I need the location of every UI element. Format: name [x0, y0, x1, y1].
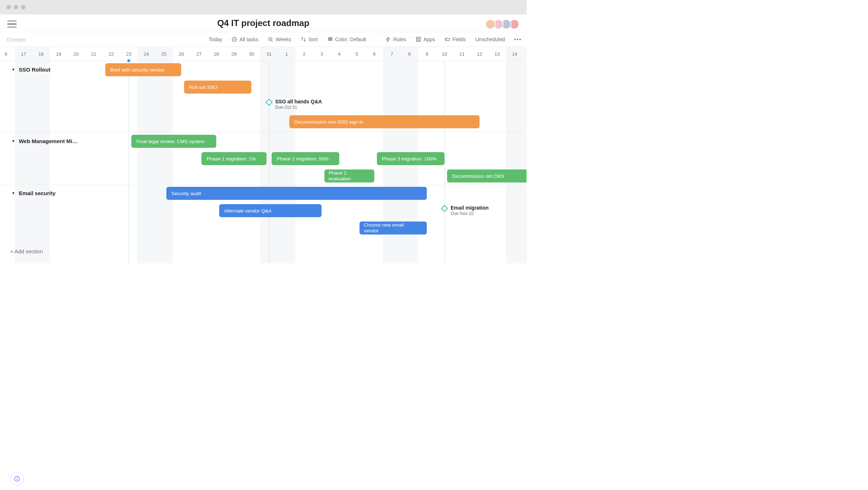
day-24: 24: [137, 47, 155, 61]
project-title: Q4 IT project roadmap: [217, 18, 310, 28]
svg-rect-6: [416, 37, 418, 39]
day-23: 23: [120, 47, 138, 61]
fields-button[interactable]: Fields: [444, 36, 466, 42]
section-header[interactable]: ▼Web Management Mi…: [0, 133, 78, 150]
zoom-icon: [268, 36, 273, 42]
task-bar[interactable]: Final legal review: CMS system: [131, 135, 216, 148]
task-bar[interactable]: Alternate vendor Q&A: [219, 204, 322, 217]
weekend-column: [15, 61, 50, 263]
task-bar[interactable]: Brief with security vendor: [105, 63, 182, 76]
day-25: 25: [155, 47, 173, 61]
day-6: 6: [0, 47, 15, 61]
section-title: SSO Rollout: [19, 66, 51, 73]
today-button[interactable]: Today: [209, 36, 222, 42]
task-bar[interactable]: Phase 1 migration: 1%: [201, 152, 266, 165]
svg-rect-10: [445, 38, 450, 41]
avatar[interactable]: [485, 19, 495, 29]
task-bar[interactable]: Security audit: [166, 187, 427, 200]
day-14: 14: [506, 47, 524, 61]
caret-down-icon: ▼: [12, 191, 15, 195]
rules-button[interactable]: Rules: [385, 36, 406, 42]
add-section-button[interactable]: + Add section: [10, 248, 43, 254]
day-19: 19: [50, 47, 68, 61]
day-2: 2: [295, 47, 313, 61]
diamond-icon: [265, 99, 273, 106]
color-button[interactable]: Color: Default: [327, 36, 366, 42]
day-21: 21: [85, 47, 103, 61]
day-15: 15: [523, 47, 527, 61]
window-chrome: [0, 0, 527, 14]
all-tasks-filter[interactable]: All tasks: [231, 36, 258, 42]
window-dot: [14, 5, 18, 9]
zoom-weeks-button[interactable]: Weeks: [268, 36, 291, 42]
milestone-title: SSO all hands Q&A: [275, 99, 322, 104]
day-26: 26: [173, 47, 190, 61]
section-divider: [0, 184, 527, 184]
timeline-container: 6171819202122232425262728293031123456789…: [0, 47, 527, 263]
day-12: 12: [471, 47, 489, 61]
day-28: 28: [208, 47, 225, 61]
apps-icon: [416, 36, 421, 42]
task-bar[interactable]: Choose new emailvendor: [359, 222, 427, 235]
day-20: 20: [67, 47, 85, 61]
day-18: 18: [32, 47, 50, 61]
timeline-day-header: 6171819202122232425262728293031123456789…: [0, 47, 527, 61]
day-3: 3: [313, 47, 331, 61]
svg-point-9: [419, 40, 421, 42]
milestone-due: Due Nov 10: [451, 211, 489, 216]
more-button[interactable]: [514, 39, 521, 40]
day-4: 4: [331, 47, 348, 61]
milestone[interactable]: Email migrationDue Nov 10: [442, 205, 489, 216]
color-icon: [327, 36, 333, 42]
day-30: 30: [243, 47, 260, 61]
weekend-column: [137, 61, 173, 263]
day-5: 5: [348, 47, 366, 61]
day-29: 29: [225, 47, 243, 61]
day-27: 27: [190, 47, 208, 61]
timeline-toolbar: October Today All tasks Weeks Sort Color…: [0, 32, 527, 47]
sort-button[interactable]: Sort: [301, 36, 318, 42]
task-bar[interactable]: Roll out SSO: [184, 81, 252, 94]
task-bar[interactable]: Phase 3 migration: 100%: [377, 152, 444, 165]
weekend-column: [506, 61, 527, 263]
svg-rect-8: [416, 40, 418, 42]
task-bar[interactable]: Phase 2evaluation: [324, 169, 374, 182]
section-header[interactable]: ▼Email security: [0, 185, 56, 202]
task-bar[interactable]: Decommission old CMS: [447, 169, 527, 182]
menu-icon[interactable]: [7, 21, 17, 28]
svg-rect-4: [328, 39, 330, 40]
caret-down-icon: ▼: [12, 68, 15, 72]
fields-icon: [444, 36, 450, 42]
toolbar-separator: [375, 36, 376, 43]
section-header[interactable]: ▼SSO Rollout: [0, 61, 50, 78]
marker-line: [269, 61, 269, 263]
diamond-icon: [441, 205, 448, 212]
milestone-title: Email migration: [451, 205, 489, 211]
day-9: 9: [418, 47, 436, 61]
day-17: 17: [15, 47, 33, 61]
svg-rect-7: [419, 37, 421, 39]
section-title: Web Management Mi…: [19, 138, 78, 144]
svg-rect-2: [328, 38, 330, 39]
svg-rect-3: [330, 38, 332, 39]
collaborator-avatars[interactable]: [488, 19, 519, 29]
milestone-due: Due Oct 31: [275, 105, 322, 110]
svg-rect-5: [330, 39, 332, 40]
svg-point-0: [232, 37, 237, 42]
window-dot: [21, 5, 25, 9]
unscheduled-button[interactable]: Unscheduled: [475, 36, 505, 42]
apps-button[interactable]: Apps: [416, 36, 435, 42]
day-7: 7: [383, 47, 401, 61]
milestone[interactable]: SSO all hands Q&ADue Oct 31: [267, 99, 322, 110]
day-8: 8: [401, 47, 418, 61]
caret-down-icon: ▼: [12, 139, 15, 143]
task-bar[interactable]: Decommission non-SSO sign in: [289, 115, 480, 128]
section-divider: [0, 132, 527, 132]
gantt-chart[interactable]: ▼SSO RolloutBrief with security vendorRo…: [0, 61, 527, 263]
marker-line: [444, 61, 445, 263]
task-bar[interactable]: Phase 2 migration: 50%: [272, 152, 339, 165]
lightning-icon: [385, 36, 391, 42]
day-1: 1: [278, 47, 295, 61]
day-11: 11: [453, 47, 471, 61]
sort-icon: [301, 36, 306, 42]
